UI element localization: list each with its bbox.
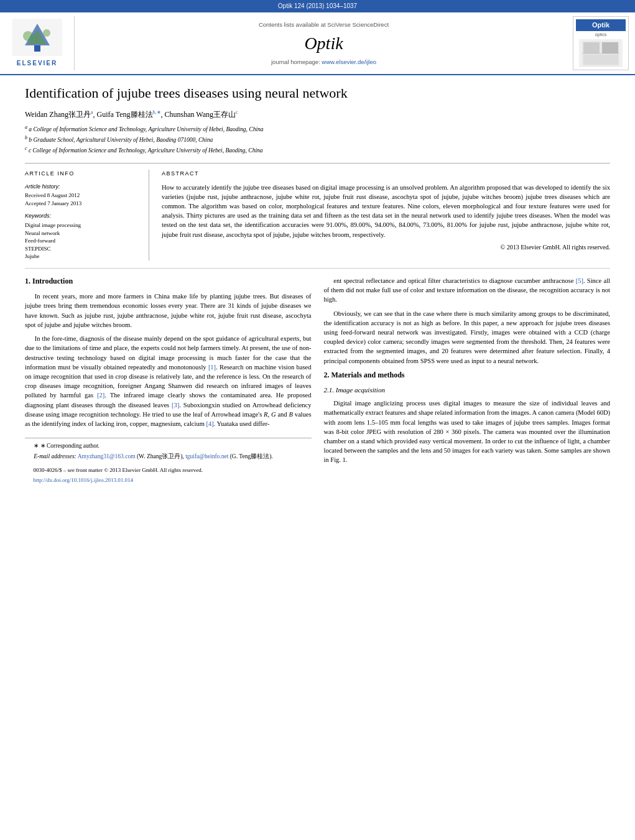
info-abstract-section: ARTICLE INFO Article history: Received 8… xyxy=(25,163,610,261)
footnote-email: E-mail addresses: Amyzhang31@163.com (W.… xyxy=(25,453,312,461)
doi-link[interactable]: http://dx.doi.org/10.1016/j.ijleo.2013.0… xyxy=(34,477,134,483)
elsevier-tree-icon xyxy=(16,21,59,55)
affiliation-c: c c College of Information Science and T… xyxy=(25,145,610,155)
optik-name: Optik xyxy=(592,21,610,29)
doi-text: http://dx.doi.org/10.1016/j.ijleo.2013.0… xyxy=(25,476,312,484)
footnote-corresponding: ∗ ∗ Corresponding author. xyxy=(25,442,312,451)
optik-journal-image xyxy=(582,41,619,66)
affil-a-text: a College of Information Science and Tec… xyxy=(29,126,263,132)
bottom-info: 0030-4026/$ – see front matter © 2013 El… xyxy=(25,466,312,484)
corresponding-label: ∗ Corresponding author. xyxy=(40,443,100,449)
email-weidan-author: (W. Zhang张卫丹), xyxy=(137,453,185,459)
homepage-link[interactable]: www.elsevier.de/ijleo xyxy=(322,58,376,65)
svg-rect-8 xyxy=(583,55,618,65)
svg-rect-0 xyxy=(34,45,40,52)
email-guifa-link[interactable]: tguifa@heinfo.net xyxy=(185,453,228,459)
contents-list-line: Contents lists available at SciVerse Sci… xyxy=(259,21,389,29)
article-info-panel: ARTICLE INFO Article history: Received 8… xyxy=(25,170,149,261)
accepted-date: Accepted 7 January 2013 xyxy=(25,200,139,208)
elsevier-name: ELSEVIER xyxy=(17,59,57,68)
journal-header: ELSEVIER Contents lists available at Sci… xyxy=(0,12,635,75)
keyword-2: Neural network xyxy=(25,229,139,238)
keywords-label: Keywords: xyxy=(25,212,139,220)
elsevier-logo: ELSEVIER xyxy=(6,16,75,70)
ref-1: [1] xyxy=(208,364,216,371)
ref-2: [2] xyxy=(97,392,104,399)
section-1-label: Introduction xyxy=(32,277,73,285)
article-title: Identification of jujube trees diseases … xyxy=(25,85,610,103)
keyword-3: Feed-forward xyxy=(25,237,139,245)
license-text: 0030-4026/$ – see front matter © 2013 El… xyxy=(25,466,312,474)
ref-5: [5] xyxy=(576,277,583,284)
homepage-label: journal homepage: xyxy=(271,58,320,65)
journal-volume-bar: Optik 124 (2013) 1034–1037 xyxy=(0,0,635,12)
journal-homepage-line: journal homepage: www.elsevier.de/ijleo xyxy=(271,58,376,66)
author-chunshan: Chunshan Wang王存山c xyxy=(165,110,238,119)
copyright-notice: © 2013 Elsevier GmbH. All rights reserve… xyxy=(162,243,610,252)
section-2-number: 2. xyxy=(324,371,330,379)
affil-b-text: b Graduate School, Agricultural Universi… xyxy=(29,137,213,143)
email-label: E-mail addresses: xyxy=(34,453,76,459)
email-weidan-link[interactable]: Amyzhang31@163.com xyxy=(78,453,136,459)
subsection-21-title: 2.1. Image acquisition xyxy=(324,385,611,395)
contents-text: Contents lists available at SciVerse Sci… xyxy=(259,21,389,28)
section-1-title: 1. Introduction xyxy=(25,276,312,287)
history-label: Article history: xyxy=(25,183,139,191)
email-guifa-author: (G. Teng滕桂法). xyxy=(230,453,273,459)
main-content: Identification of jujube trees diseases … xyxy=(0,75,635,499)
ref-3: [3] xyxy=(172,402,179,408)
body-left-column: 1. Introduction In recent years, more an… xyxy=(25,276,312,486)
affiliations: a a College of Information Science and T… xyxy=(25,124,610,155)
svg-rect-7 xyxy=(602,42,618,53)
intro-para-2: In the fore-time, diagnosis of the disea… xyxy=(25,334,312,428)
svg-point-4 xyxy=(43,29,50,37)
authors-line: Weidan Zhang张卫丹a, Guifa Teng滕桂法b,∗, Chun… xyxy=(25,109,610,120)
body-columns: 1. Introduction In recent years, more an… xyxy=(25,268,610,486)
optik-logo-label: Optik xyxy=(576,19,626,31)
section-1-number: 1. xyxy=(25,277,30,285)
optik-thumbnail xyxy=(579,39,623,67)
journal-title: Optik xyxy=(304,31,343,55)
footnote-area: ∗ ∗ Corresponding author. E-mail address… xyxy=(25,438,312,484)
right-para-2: Obviously, we can see that in the case w… xyxy=(324,309,611,366)
right-para-3: Digital image anglicizing process uses d… xyxy=(324,399,611,465)
keyword-4: STEPDISC xyxy=(25,245,139,253)
journal-center: Contents lists available at SciVerse Sci… xyxy=(81,16,567,70)
abstract-heading: ABSTRACT xyxy=(162,170,610,178)
optik-logo-box: Optik optics xyxy=(573,16,629,70)
svg-rect-6 xyxy=(583,42,600,53)
keywords-section: Keywords: Digital image processing Neura… xyxy=(25,212,139,261)
intro-para-1: In recent years, more and more farmers i… xyxy=(25,292,312,330)
volume-info: Optik 124 (2013) 1034–1037 xyxy=(278,2,357,9)
affiliation-b: b b Graduate School, Agricultural Univer… xyxy=(25,134,610,144)
author-weidan: Weidan Zhang张卫丹a, xyxy=(25,110,97,119)
ref-4: [4] xyxy=(206,420,213,427)
received-date: Received 8 August 2012 xyxy=(25,192,139,200)
right-para-1: ent spectral reflectance and optical fil… xyxy=(324,276,611,305)
body-right-column: ent spectral reflectance and optical fil… xyxy=(324,276,611,486)
author-guifa: Guifa Teng滕桂法b,∗, xyxy=(97,110,165,119)
article-info-heading: ARTICLE INFO xyxy=(25,170,139,178)
keyword-1: Digital image processing xyxy=(25,221,139,229)
section-2-title: 2. Materials and methods xyxy=(324,370,611,381)
keyword-5: Jujube xyxy=(25,252,139,261)
history-section: Article history: Received 8 August 2012 … xyxy=(25,183,139,208)
section-2-label: Materials and methods xyxy=(331,371,405,379)
affiliation-a: a a College of Information Science and T… xyxy=(25,124,610,134)
abstract-panel: ABSTRACT How to accurately identify the … xyxy=(162,170,610,261)
abstract-text: How to accurately identify the jujube tr… xyxy=(162,183,610,239)
svg-point-3 xyxy=(23,31,33,41)
affil-c-text: c College of Information Science and Tec… xyxy=(29,148,263,154)
optik-sub-label: optics xyxy=(595,32,606,38)
